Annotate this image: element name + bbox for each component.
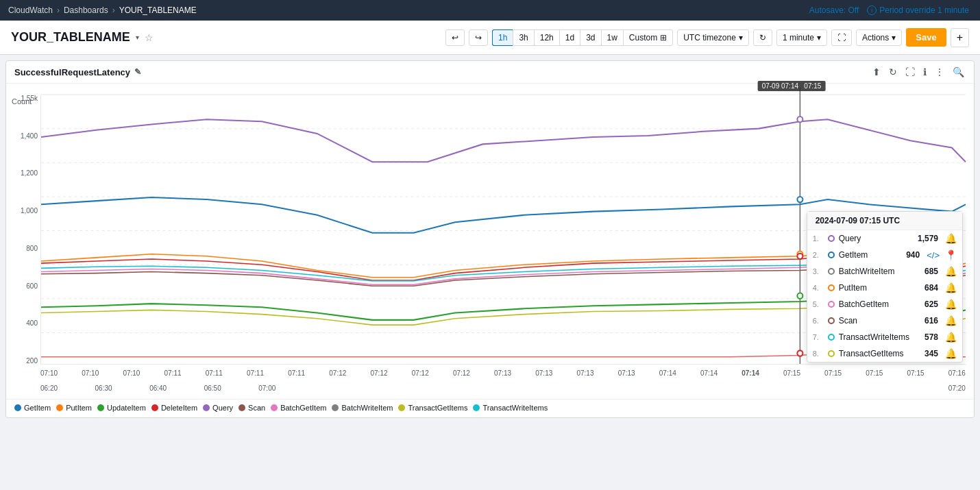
timezone-selector[interactable]: UTC timezone ▾	[677, 29, 749, 46]
widget-header: SuccessfulRequestLatency ✎ ⬆ ↻ ⛶ ℹ ⋮ 🔍	[6, 61, 974, 84]
nav-dashboards[interactable]: Dashboards	[64, 5, 108, 15]
legend-dot-scan	[238, 404, 245, 411]
redo-button[interactable]: ↪	[469, 29, 488, 46]
nav-current-table: YOUR_TABLENAME	[119, 5, 197, 15]
y-label-6: 600	[12, 282, 38, 290]
legend-query[interactable]: Query	[203, 404, 233, 412]
autosave-bar: Autosave: Off i Period override 1 minute	[809, 5, 969, 15]
legend-batchgetitem[interactable]: BatchGetItem	[271, 404, 326, 412]
refresh-widget-btn[interactable]: ↻	[887, 65, 898, 79]
tooltip-name-transactgetitems: TransactGetItems	[839, 349, 909, 358]
tooltip-bell-putitem[interactable]: 🔔	[945, 282, 957, 293]
tooltip-bell-query[interactable]: 🔔	[945, 233, 957, 244]
export-icon-btn[interactable]: ⬆	[871, 65, 882, 79]
tooltip-name-putitem: PutItem	[839, 283, 909, 293]
interval-selector[interactable]: 1 minute ▾	[776, 29, 827, 46]
title-dropdown-icon[interactable]: ▾	[136, 34, 139, 41]
time-12h-button[interactable]: 12h	[534, 29, 559, 46]
legend-label-batchgetitem: BatchGetItem	[280, 404, 326, 412]
refresh-button[interactable]: ↻	[753, 29, 772, 46]
tooltip-dot-putitem	[828, 284, 835, 291]
y-label-2: 1,400	[12, 132, 38, 140]
legend-dot-batchgetitem	[271, 404, 278, 411]
legend-dot-putitem	[56, 404, 63, 411]
widget-title-area: SuccessfulRequestLatency ✎	[14, 67, 141, 77]
tooltip-dot-transactwriteitems	[828, 334, 835, 341]
tooltip-pin-icon-getitem[interactable]: 📍	[945, 249, 957, 260]
add-widget-button[interactable]: +	[951, 28, 969, 47]
y-label-5: 800	[12, 245, 38, 252]
time-1d-button[interactable]: 1d	[559, 29, 580, 46]
expand-icon-btn[interactable]: ⛶	[904, 65, 916, 79]
time-1w-button[interactable]: 1w	[601, 29, 623, 46]
autosave-status[interactable]: Autosave: Off	[809, 5, 859, 15]
tooltip-code-icon-getitem[interactable]: </>	[927, 250, 940, 260]
legend-transactgetitems[interactable]: TransactGetItems	[398, 404, 467, 412]
nav-sep-1: ›	[57, 5, 60, 15]
tooltip-rank-3: 3.	[813, 267, 824, 275]
favorite-icon[interactable]: ☆	[145, 32, 154, 43]
y-axis-labels: 1.55k 1,400 1,200 1,000 800 600 400 200	[12, 95, 38, 365]
legend-batchwriteitem[interactable]: BatchWriteItem	[332, 404, 393, 412]
time-3d-button[interactable]: 3d	[580, 29, 600, 46]
info-icon: i	[867, 5, 877, 15]
tooltip-dot-batchgetitem	[828, 301, 835, 308]
dashboard-header: YOUR_TABLENAME ▾ ☆ ↩ ↪ 1h 3h 12h 1d 3d 1…	[0, 21, 980, 55]
tooltip-rank-8: 8.	[813, 350, 824, 358]
tooltip-bell-transactwriteitems[interactable]: 🔔	[945, 332, 957, 343]
legend-dot-deleteitem	[151, 404, 158, 411]
tooltip-row-putitem[interactable]: 4. PutItem 684 🔔	[807, 280, 962, 296]
legend-label-batchwriteitem: BatchWriteItem	[341, 404, 393, 412]
legend-getitem[interactable]: GetItem	[14, 404, 51, 412]
custom-calendar-icon: ⊞	[660, 33, 667, 42]
undo-button[interactable]: ↩	[445, 29, 465, 46]
legend-scan[interactable]: Scan	[238, 404, 265, 412]
tooltip-value-batchgetitem: 625	[914, 299, 938, 309]
tooltip-bell-scan[interactable]: 🔔	[945, 315, 957, 326]
save-button[interactable]: Save	[906, 28, 946, 47]
tooltip-row-batchwriteitem[interactable]: 3. BatchWriteItem 685 🔔	[807, 263, 962, 280]
tooltip-row-scan[interactable]: 6. Scan 616 🔔	[807, 313, 962, 329]
legend-label-deleteitem: DeleteItem	[161, 404, 197, 412]
tooltip-row-query[interactable]: 1. Query 1,579 🔔	[807, 230, 962, 247]
legend-updateitem[interactable]: UpdateItem	[97, 404, 146, 412]
tooltip-name-scan: Scan	[839, 316, 909, 326]
tooltip-value-batchwriteitem: 685	[914, 267, 938, 276]
tooltip-dot-scan	[828, 317, 835, 324]
legend-putitem[interactable]: PutItem	[56, 404, 92, 412]
actions-button[interactable]: Actions ▾	[856, 29, 902, 46]
y-label-1: 1.55k	[12, 95, 38, 102]
tooltip-bell-batchwriteitem[interactable]: 🔔	[945, 266, 957, 277]
dashboard-title: YOUR_TABLENAME	[11, 30, 130, 45]
legend-label-query: Query	[212, 404, 233, 412]
edit-title-icon[interactable]: ✎	[134, 67, 141, 77]
tooltip-row-transactgetitems[interactable]: 8. TransactGetItems 345 🔔	[807, 345, 962, 362]
legend-label-scan: Scan	[248, 404, 265, 412]
svg-point-13	[797, 293, 803, 299]
legend-label-getitem: GetItem	[24, 404, 51, 412]
toolbar: ↩ ↪ 1h 3h 12h 1d 3d 1w Custom ⊞ UTC time…	[445, 28, 969, 47]
more-options-btn[interactable]: ⋮	[933, 65, 946, 79]
tooltip-name-batchwriteitem: BatchWriteItem	[839, 267, 909, 276]
fullscreen-button[interactable]: ⛶	[831, 29, 852, 46]
tooltip-bell-batchgetitem[interactable]: 🔔	[945, 299, 957, 310]
legend-dot-batchwriteitem	[332, 404, 339, 411]
tooltip-row-getitem[interactable]: 2. GetItem 940 </> 📍	[807, 247, 962, 263]
time-1h-button[interactable]: 1h	[492, 29, 513, 46]
time-3h-button[interactable]: 3h	[513, 29, 533, 46]
legend-transactwriteitems[interactable]: TransactWriteItems	[473, 404, 548, 412]
tooltip-row-transactwriteitems[interactable]: 7. TransactWriteItems 578 🔔	[807, 329, 962, 345]
tooltip-name-transactwriteitems: TransactWriteItems	[839, 332, 909, 342]
time-custom-button[interactable]: Custom ⊞	[623, 29, 673, 46]
time-range-group: 1h 3h 12h 1d 3d 1w Custom ⊞	[492, 29, 673, 46]
tooltip-value-getitem: 940	[895, 250, 920, 260]
nav-cloudwatch[interactable]: CloudWatch	[8, 5, 53, 15]
info-widget-btn[interactable]: ℹ	[922, 65, 928, 79]
tooltip-bell-transactgetitems[interactable]: 🔔	[945, 348, 957, 359]
svg-point-14	[797, 350, 803, 356]
tooltip-row-batchgetitem[interactable]: 5. BatchGetItem 625 🔔	[807, 296, 962, 313]
legend-deleteitem[interactable]: DeleteItem	[151, 404, 197, 412]
search-widget-btn[interactable]: 🔍	[951, 65, 966, 79]
tooltip-value-query: 1,579	[914, 234, 938, 243]
period-override[interactable]: i Period override 1 minute	[867, 5, 969, 15]
